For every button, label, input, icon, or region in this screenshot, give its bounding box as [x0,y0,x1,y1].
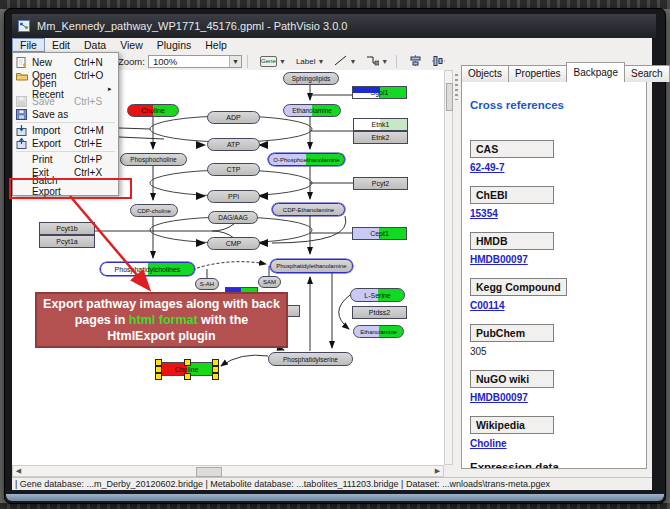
node-l-serine[interactable]: L-Serine [350,288,405,302]
tab-objects[interactable]: Objects [461,65,509,82]
menu-item-label: Save as [32,109,74,120]
node-atp[interactable]: ATP [207,138,260,151]
panel-splitter[interactable] [453,52,460,477]
node-cdp-ethanolamine[interactable]: CDP-Ethanolamine [272,203,345,216]
selection-handle[interactable] [184,359,191,366]
node-phosphatidylethanolamine[interactable]: Phosphatidylethanolamine [270,259,353,273]
canvas-vertical-scrollbar[interactable] [444,70,453,465]
node-sam[interactable]: SAM [258,276,281,288]
cross-references-list: CAS62-49-7ChEBI15354HMDBHMDB00097Kegg Co… [470,139,638,449]
node-cdp-choline[interactable]: CDP-choline [130,204,178,217]
scroll-right-icon[interactable]: ▶ [432,466,443,476]
annotation-highlight: html format [129,313,198,327]
scroll-left-icon[interactable]: ◀ [13,466,24,476]
node-sphingolipids[interactable]: Sphingolipids [283,72,339,85]
menu-item-save[interactable]: SaveCtrl+S [13,95,118,108]
xref-section-hmdb: HMDBHMDB00097 [470,231,638,265]
side-panel-tabs: ObjectsPropertiesBackpageSearchLegend [461,62,670,82]
menu-item-open-recent[interactable]: Open Recent▸ [13,82,118,95]
node-cmp[interactable]: CMP [207,237,260,250]
menubar-item-plugins[interactable]: Plugins [150,39,198,52]
node-ctp[interactable]: CTP [207,163,260,176]
selection-handle[interactable] [155,366,162,373]
title-bar: Mm_Kennedy_pathway_WP1771_45176.gpml - P… [12,14,656,38]
selection-handle[interactable] [155,359,162,366]
app-icon [18,20,30,32]
node-phosphatidylcholines[interactable]: Phosphatidylcholines [100,262,195,276]
menu-item-shortcut: Ctrl+M [74,125,108,136]
xref-value-wikipedia[interactable]: Choline [470,438,638,449]
menu-separator [16,122,115,123]
selection-handle[interactable] [212,366,219,373]
chevron-down-icon[interactable]: ▼ [229,56,241,67]
xref-section-nugo-wiki: NuGO wikiHMDB00097 [470,369,638,403]
menu-item-label: Print [32,154,74,165]
vertical-scroll-thumb[interactable] [446,83,453,111]
tab-properties[interactable]: Properties [508,65,568,82]
menubar-item-help[interactable]: Help [198,39,234,52]
node-ptdss2[interactable]: Ptdss2 [352,306,407,319]
node-phosphatidylserine[interactable]: Phosphatidylserine [268,352,353,366]
node-ppi[interactable]: PPi [207,190,260,203]
canvas-horizontal-scrollbar[interactable]: ◀ ▶ [12,465,444,477]
menubar-item-file[interactable]: File [12,38,45,52]
node-ethanolamine-top[interactable]: Ethanolamine [283,104,341,117]
node-dag-aag[interactable]: DAG/AAG [208,211,258,224]
chevron-down-icon: ▼ [317,58,324,65]
xref-section-kegg-compound: Kegg CompoundC00114 [470,277,638,311]
expression-data-heading: Expression data [470,461,638,469]
line-tool-button[interactable]: ▼ [331,53,359,70]
new-page-icon [16,57,29,68]
xref-value-kegg-compound[interactable]: C00114 [470,300,638,311]
line-tool-icon [334,55,347,68]
node-cept1[interactable]: Cept1 [352,227,407,240]
menu-item-import[interactable]: ImportCtrl+M [13,124,118,137]
tab-search[interactable]: Search [624,65,670,82]
node-sgpl1[interactable]: Sgpl1 [352,86,407,99]
menubar-item-view[interactable]: View [113,39,150,52]
selection-handle[interactable] [155,373,162,380]
node-choline-top[interactable]: Choline [127,104,179,117]
node-etnk2[interactable]: Etnk2 [353,131,408,144]
xref-value-chebi[interactable]: 15354 [470,208,638,219]
node-ethanolamine-bottom[interactable]: Ethanolamine [353,325,404,338]
align-horizontal-center-icon [409,55,422,67]
status-bar: | Gene database: ...m_Derby_20120602.bri… [12,477,652,490]
add-label-button[interactable]: Label ▼ [293,53,328,70]
xref-value-nugo-wiki[interactable]: HMDB00097 [470,392,638,403]
node-adp[interactable]: ADP [207,111,260,124]
node-etnk1[interactable]: Etnk1 [353,118,408,131]
node-pcyt1a[interactable]: Pcyt1a [39,235,95,248]
xref-value-hmdb[interactable]: HMDB00097 [470,254,638,265]
xref-header-pubchem: PubChem [470,324,554,342]
chevron-down-icon: ▼ [349,58,356,65]
splitter-grip-icon [455,74,458,100]
align-vertical-center-icon [432,55,445,67]
node-o-phosphoethanolamine[interactable]: O-Phosphoethanolamine [268,153,345,166]
xref-value-cas[interactable]: 62-49-7 [470,162,638,173]
menubar-item-data[interactable]: Data [77,39,113,52]
node-phosphocholine[interactable]: Phosphocholine [120,153,187,166]
add-gene-button[interactable]: Gene ▼ [257,53,289,70]
toolbar-separator [247,55,248,68]
xref-header-cas: CAS [470,140,554,158]
node-pcyt2[interactable]: Pcyt2 [353,177,408,190]
zoom-combobox[interactable]: 100% ▼ [148,55,242,68]
tab-backpage[interactable]: Backpage [566,62,624,82]
menu-item-new[interactable]: NewCtrl+N [13,56,118,69]
backpage-panel: Cross references CAS62-49-7ChEBI15354HMD… [461,78,647,469]
node-s-ah[interactable]: S-AH [195,278,219,290]
selection-handle[interactable] [184,373,191,380]
selection-handle[interactable] [212,373,219,380]
connector-tool-button[interactable]: ▼ [363,53,391,70]
menu-item-export[interactable]: ExportCtrl+E [13,137,118,150]
horizontal-scroll-thumb[interactable] [196,467,222,477]
align-horizontal-center-button[interactable] [406,53,425,70]
selection-handle[interactable] [212,359,219,366]
menubar-item-edit[interactable]: Edit [45,39,77,52]
align-vertical-center-button[interactable] [429,53,448,70]
menu-item-print[interactable]: PrintCtrl+P [13,153,118,166]
menu-item-save-as[interactable]: Save as [13,108,118,121]
menu-item-label: New [32,57,74,68]
node-pcyt1b[interactable]: Pcyt1b [39,222,95,235]
